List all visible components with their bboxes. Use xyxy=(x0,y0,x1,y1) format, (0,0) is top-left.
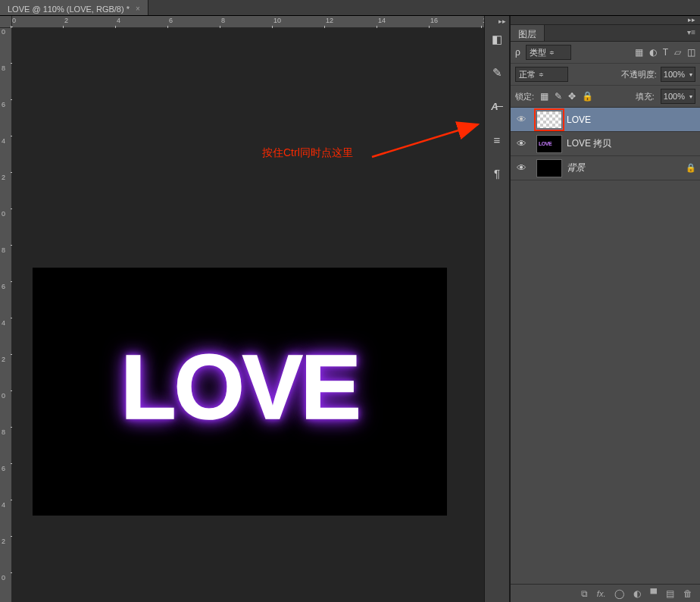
filter-type-icon[interactable]: T xyxy=(663,47,668,58)
ruler-v-tick: 0 xyxy=(2,28,12,36)
document-tab[interactable]: LOVE @ 110% (LOVE, RGB/8) * × xyxy=(0,0,148,15)
ruler-h-tick: 2 xyxy=(64,17,68,24)
collapsed-panel-dock: ▸▸ ◧ ✎ A ≡ ¶ xyxy=(484,16,510,602)
chevron-down-icon: ≑ xyxy=(549,49,555,56)
character-panel-icon[interactable]: A xyxy=(489,98,505,114)
ruler-h-tick: 4 xyxy=(117,17,120,24)
svg-line-1 xyxy=(372,124,478,157)
ruler-v-tick: 2 xyxy=(2,356,12,363)
filter-adjust-icon[interactable]: ◐ xyxy=(649,47,657,58)
styles-panel-icon[interactable]: ≡ xyxy=(489,131,505,148)
layer-row[interactable]: 👁LOVE xyxy=(511,108,700,132)
panel-menu-icon[interactable]: ▾≡ xyxy=(683,25,700,41)
lock-position-icon[interactable]: ✥ xyxy=(568,91,576,102)
ruler-h-tick: 8 xyxy=(221,17,225,24)
fill-input[interactable]: 100% ▾ xyxy=(661,89,695,104)
layer-thumbnail[interactable] xyxy=(536,111,562,129)
ruler-v-tick: 8 xyxy=(2,428,12,436)
ruler-v-tick: 6 xyxy=(2,101,12,108)
layers-panel: ▸▸ 图层 ▾≡ ρ 类型 ≑ ▦ ◐ T ▱ ◫ 正常 ≑ 不透明度 xyxy=(510,16,700,602)
layers-footer: ⧉ fx. ◯ ◐ ▀ ▤ 🗑 xyxy=(511,584,700,602)
ruler-v-tick: 6 xyxy=(2,283,12,290)
blend-mode-dropdown[interactable]: 正常 ≑ xyxy=(515,67,568,82)
document-tabbar: LOVE @ 110% (LOVE, RGB/8) * × xyxy=(0,0,700,16)
layer-row[interactable]: 👁LOVELOVE 拷贝 xyxy=(511,132,700,156)
layer-thumb-content: LOVE xyxy=(539,141,552,146)
close-tab-icon[interactable]: × xyxy=(136,5,140,13)
ruler-h-tick: 12 xyxy=(326,17,333,24)
ruler-h-tick: 0 xyxy=(12,17,16,24)
new-group-icon[interactable]: ▀ xyxy=(650,588,657,599)
blend-opacity-row: 正常 ≑ 不透明度: 100% ▾ xyxy=(511,64,700,86)
filter-shape-icon[interactable]: ▱ xyxy=(674,47,681,58)
ruler-v-tick: 0 xyxy=(2,574,12,582)
ruler-v-tick: 8 xyxy=(2,64,12,72)
lock-label: 锁定: xyxy=(515,91,534,102)
layer-kind-dropdown[interactable]: 类型 ≑ xyxy=(526,45,571,60)
layers-empty-area[interactable] xyxy=(511,180,700,584)
canvas-viewport[interactable]: LOVE 按住Ctrl同时点这里 xyxy=(12,28,484,602)
panel-tabbar: 图层 ▾≡ xyxy=(511,25,700,42)
ruler-v-tick: 4 xyxy=(2,501,12,509)
layer-lock-icon[interactable]: 🔒 xyxy=(682,163,700,173)
annotation-label: 按住Ctrl同时点这里 xyxy=(262,146,353,160)
fill-label: 填充: xyxy=(636,91,655,102)
add-mask-icon[interactable]: ◯ xyxy=(614,588,624,599)
layer-thumbnail[interactable] xyxy=(536,159,562,177)
layer-thumbnail[interactable]: LOVE xyxy=(536,135,562,153)
swatch-panel-icon[interactable]: ◧ xyxy=(489,31,505,48)
ruler-h-tick: 16 xyxy=(430,17,438,24)
lock-fill-row: 锁定: ▦ ✎ ✥ 🔒 填充: 100% ▾ xyxy=(511,86,700,108)
chevron-down-icon: ▾ xyxy=(687,71,695,78)
chevron-down-icon: ≑ xyxy=(539,71,544,78)
chevron-down-icon: ▾ xyxy=(687,93,695,100)
layers-list: 👁LOVE👁LOVELOVE 拷贝👁背景🔒 xyxy=(511,108,700,180)
main-area: 024681012141618 0864208642086420 LOVE 按住… xyxy=(0,16,700,602)
layer-row[interactable]: 👁背景🔒 xyxy=(511,156,700,180)
lock-brush-icon[interactable]: ✎ xyxy=(555,91,562,102)
ruler-v-tick: 8 xyxy=(2,246,12,254)
ruler-v-tick: 4 xyxy=(2,319,12,327)
opacity-label: 不透明度: xyxy=(621,69,657,80)
artboard[interactable]: LOVE xyxy=(33,268,447,516)
filter-pixel-icon[interactable]: ▦ xyxy=(635,47,643,58)
lock-all-icon[interactable]: 🔒 xyxy=(582,91,593,102)
ruler-h-tick: 14 xyxy=(378,17,386,24)
document-tab-title: LOVE @ 110% (LOVE, RGB/8) * xyxy=(8,5,130,14)
paragraph-panel-icon[interactable]: ¶ xyxy=(489,165,505,181)
layer-fx-icon[interactable]: fx. xyxy=(597,589,606,598)
layer-visibility-icon[interactable]: 👁 xyxy=(511,162,532,174)
panel-collapse-icon[interactable]: ▸▸ xyxy=(511,16,700,25)
fill-value: 100% xyxy=(661,92,687,101)
lock-pixels-icon[interactable]: ▦ xyxy=(540,91,548,102)
new-layer-icon[interactable]: ▤ xyxy=(666,588,674,599)
brush-panel-icon[interactable]: ✎ xyxy=(489,64,505,81)
ruler-vertical[interactable]: 0864208642086420 xyxy=(0,28,12,602)
layer-filter-row: ρ 类型 ≑ ▦ ◐ T ▱ ◫ xyxy=(511,42,700,64)
delete-layer-icon[interactable]: 🗑 xyxy=(683,588,692,599)
panel-tab-layers[interactable]: 图层 xyxy=(511,25,545,41)
filter-smart-icon[interactable]: ◫ xyxy=(687,47,695,58)
layer-visibility-icon[interactable]: 👁 xyxy=(511,138,532,149)
ruler-h-tick: 10 xyxy=(273,17,281,24)
layer-name[interactable]: LOVE xyxy=(567,114,682,125)
opacity-value: 100% xyxy=(661,70,687,79)
opacity-input[interactable]: 100% ▾ xyxy=(661,67,695,82)
filter-search-icon[interactable]: ρ xyxy=(515,47,520,58)
ruler-v-tick: 4 xyxy=(2,137,12,145)
layer-name[interactable]: LOVE 拷贝 xyxy=(567,137,682,150)
ruler-v-tick: 2 xyxy=(2,174,12,181)
canvas-text-love[interactable]: LOVE xyxy=(120,334,359,439)
ruler-v-tick: 0 xyxy=(2,210,12,218)
dock-collapse-icon[interactable]: ▸▸ xyxy=(498,17,506,25)
ruler-v-tick: 0 xyxy=(2,392,12,400)
ruler-h-tick: 6 xyxy=(169,17,173,24)
ruler-v-tick: 2 xyxy=(2,538,12,545)
layer-name[interactable]: 背景 xyxy=(567,161,682,174)
link-layers-icon[interactable]: ⧉ xyxy=(581,588,588,599)
ruler-horizontal[interactable]: 024681012141618 xyxy=(12,16,484,28)
ruler-v-tick: 6 xyxy=(2,465,12,472)
new-adjustment-icon[interactable]: ◐ xyxy=(633,588,641,599)
layer-visibility-icon[interactable]: 👁 xyxy=(511,114,532,125)
layer-kind-value: 类型 xyxy=(530,47,546,58)
